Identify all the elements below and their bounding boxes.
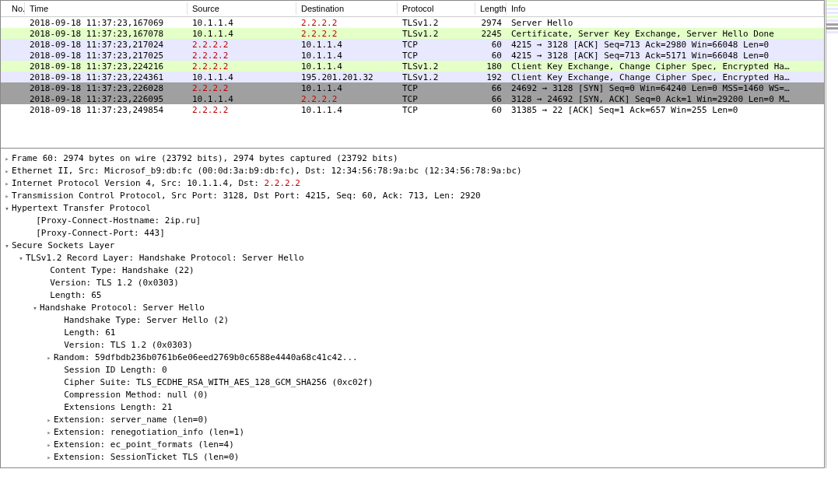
tree-row[interactable]: Hypertext Transfer Protocol: [2, 202, 824, 215]
tree-row[interactable]: Cipher Suite: TLS_ECDHE_RSA_WITH_AES_128…: [2, 376, 824, 389]
tree-row[interactable]: Extension: SessionTicket TLS (len=0): [2, 451, 824, 464]
cell-protocol: TCP: [398, 94, 475, 104]
tree-row[interactable]: Handshake Protocol: Server Hello: [2, 302, 824, 314]
tree-row[interactable]: Random: 59dfbdb236b0761b6e06eed2769b0c65…: [2, 352, 824, 364]
cell-time: 2018-09-18 11:37:23,167069: [25, 18, 188, 28]
cell-destination: 195.201.201.32: [296, 72, 398, 82]
cell-time: 2018-09-18 11:37:23,217024: [25, 40, 188, 50]
tree-label: Transmission Control Protocol, Src Port:…: [12, 190, 481, 202]
tree-row[interactable]: Secure Sockets Layer: [2, 240, 824, 252]
packet-row[interactable]: 2018-09-18 11:37:23,16706910.1.1.42.2.2.…: [1, 17, 824, 28]
tree-label: Length: 65: [40, 289, 101, 302]
tree-expander-closed-icon[interactable]: [44, 451, 54, 464]
tree-label: Internet Protocol Version 4, Src: 10.1.1…: [12, 177, 265, 190]
cell-time: 2018-09-18 11:37:23,224216: [25, 61, 188, 72]
tree-row[interactable]: [Proxy-Connect-Port: 443]: [2, 227, 824, 240]
cell-length: 60: [475, 51, 507, 61]
cell-length: 2245: [475, 29, 507, 39]
cell-source: 10.1.1.4: [188, 18, 296, 28]
packet-row[interactable]: 2018-09-18 11:37:23,2498542.2.2.210.1.1.…: [1, 104, 824, 115]
tree-label: Extension: SessionTicket TLS (len=0): [54, 451, 239, 464]
packet-rows: 2018-09-18 11:37:23,16706910.1.1.42.2.2.…: [1, 17, 824, 115]
packet-details-panel: Frame 60: 2974 bytes on wire (23792 bits…: [0, 148, 825, 468]
tree-row[interactable]: Transmission Control Protocol, Src Port:…: [2, 190, 824, 202]
cell-destination: 10.1.1.4: [296, 40, 398, 50]
packet-row[interactable]: 2018-09-18 11:37:23,22436110.1.1.4195.20…: [1, 72, 824, 82]
col-header-proto[interactable]: Protocol: [398, 2, 475, 15]
tree-expander-closed-icon[interactable]: [2, 152, 12, 165]
cell-source: 10.1.1.4: [188, 72, 296, 82]
packet-row[interactable]: 2018-09-18 11:37:23,16707810.1.1.42.2.2.…: [1, 28, 824, 39]
tree-label: Extension: server_name (len=0): [54, 414, 209, 426]
tree-row[interactable]: Ethernet II, Src: Microsof_b9:db:fc (00:…: [2, 165, 824, 177]
cell-destination: 2.2.2.2: [296, 94, 398, 104]
packet-row[interactable]: 2018-09-18 11:37:23,2170252.2.2.210.1.1.…: [1, 50, 824, 61]
cell-time: 2018-09-18 11:37:23,226028: [25, 83, 188, 93]
cell-length: 180: [475, 61, 507, 72]
tree-label: Extensions Length: 21: [54, 401, 172, 414]
tree-row[interactable]: Version: TLS 1.2 (0x0303): [2, 339, 824, 352]
tree-row[interactable]: Length: 65: [2, 289, 824, 302]
cell-destination: 10.1.1.4: [296, 83, 398, 93]
tree-label: Ethernet II, Src: Microsof_b9:db:fc (00:…: [12, 165, 522, 177]
col-header-time[interactable]: Time: [25, 2, 188, 15]
cell-source: 2.2.2.2: [188, 83, 296, 93]
tree-row[interactable]: TLSv1.2 Record Layer: Handshake Protocol…: [2, 252, 824, 264]
tree-expander-closed-icon[interactable]: [2, 177, 12, 190]
tree-row[interactable]: Internet Protocol Version 4, Src: 10.1.1…: [2, 177, 824, 190]
tree-label: Extension: ec_point_formats (len=4): [54, 439, 234, 451]
col-header-dest[interactable]: Destination: [296, 2, 398, 15]
tree-expander-closed-icon[interactable]: [2, 190, 12, 202]
tree-label: Handshake Type: Server Hello (2): [54, 314, 229, 327]
col-header-source[interactable]: Source: [188, 2, 296, 15]
cell-length: 66: [475, 83, 507, 93]
overview-scrollbar[interactable]: [826, 0, 838, 468]
packet-row[interactable]: 2018-09-18 11:37:23,22609510.1.1.42.2.2.…: [1, 93, 824, 104]
cell-source: 10.1.1.4: [188, 29, 296, 39]
tree-expander-closed-icon[interactable]: [44, 439, 54, 451]
packet-row[interactable]: 2018-09-18 11:37:23,2242162.2.2.210.1.1.…: [1, 61, 824, 72]
tree-row[interactable]: Extension: ec_point_formats (len=4): [2, 439, 824, 451]
tree-expander-closed-icon[interactable]: [44, 352, 54, 364]
cell-time: 2018-09-18 11:37:23,226095: [25, 94, 188, 104]
cell-info: 3128 → 24692 [SYN, ACK] Seq=0 Ack=1 Win=…: [507, 94, 824, 104]
tree-row[interactable]: Extension: server_name (len=0): [2, 414, 824, 426]
cell-info: Certificate, Server Key Exchange, Server…: [507, 29, 824, 39]
tree-row[interactable]: Extension: renegotiation_info (len=1): [2, 426, 824, 439]
tree-row[interactable]: Version: TLS 1.2 (0x0303): [2, 277, 824, 289]
tree-expander-open-icon[interactable]: [30, 302, 40, 314]
tree-row[interactable]: Extensions Length: 21: [2, 401, 824, 414]
cell-source: 2.2.2.2: [188, 105, 296, 115]
cell-time: 2018-09-18 11:37:23,217025: [25, 51, 188, 61]
tree-row[interactable]: Session ID Length: 0: [2, 364, 824, 376]
tree-row[interactable]: Frame 60: 2974 bytes on wire (23792 bits…: [2, 152, 824, 165]
cell-time: 2018-09-18 11:37:23,224361: [25, 72, 188, 82]
tree-row[interactable]: [Proxy-Connect-Hostname: 2ip.ru]: [2, 215, 824, 227]
cell-protocol: TCP: [398, 105, 475, 115]
tree-row[interactable]: Content Type: Handshake (22): [2, 264, 824, 277]
tree-row[interactable]: Compression Method: null (0): [2, 389, 824, 401]
cell-destination: 2.2.2.2: [296, 18, 398, 28]
col-header-info[interactable]: Info: [507, 2, 824, 15]
tree-expander-open-icon[interactable]: [16, 252, 26, 264]
packet-row[interactable]: 2018-09-18 11:37:23,2260282.2.2.210.1.1.…: [1, 82, 824, 93]
cell-protocol: TCP: [398, 40, 475, 50]
col-header-length[interactable]: Length: [475, 2, 507, 15]
cell-length: 192: [475, 72, 507, 82]
packet-row[interactable]: 2018-09-18 11:37:23,2170242.2.2.210.1.1.…: [1, 39, 824, 50]
packet-list-header[interactable]: No. Time Source Destination Protocol Len…: [1, 1, 824, 17]
tree-label: Hypertext Transfer Protocol: [12, 202, 151, 215]
tree-label: [Proxy-Connect-Port: 443]: [26, 227, 165, 240]
tree-label: Handshake Protocol: Server Hello: [40, 302, 205, 314]
cell-info: Client Key Exchange, Change Cipher Spec,…: [507, 61, 824, 72]
tree-row[interactable]: Length: 61: [2, 327, 824, 339]
tree-row[interactable]: Handshake Type: Server Hello (2): [2, 314, 824, 327]
tree-expander-closed-icon[interactable]: [44, 414, 54, 426]
tree-expander-closed-icon[interactable]: [44, 426, 54, 439]
cell-info: Client Key Exchange, Change Cipher Spec,…: [507, 72, 824, 82]
tree-expander-closed-icon[interactable]: [2, 165, 12, 177]
tree-expander-open-icon[interactable]: [2, 202, 12, 215]
cell-destination: 2.2.2.2: [296, 29, 398, 39]
col-header-no[interactable]: No.: [1, 2, 25, 15]
tree-expander-open-icon[interactable]: [2, 240, 12, 252]
